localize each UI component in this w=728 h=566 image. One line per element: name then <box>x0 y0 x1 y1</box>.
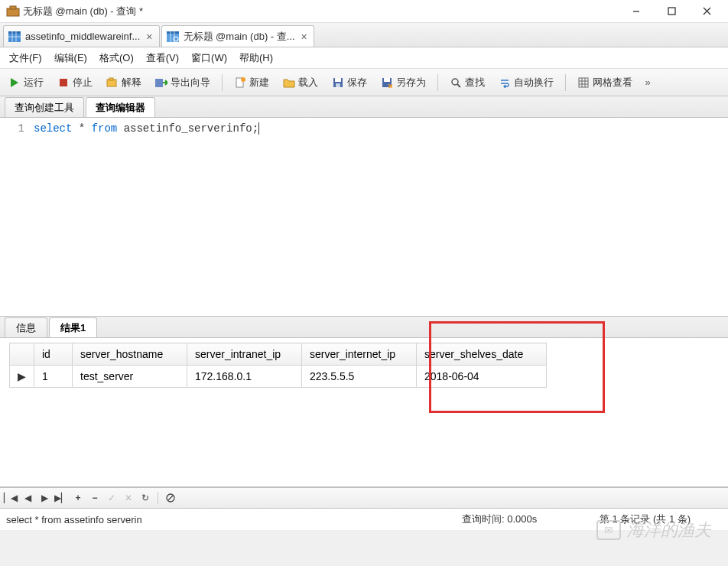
cell-internet[interactable]: 223.5.5.5 <box>302 366 417 388</box>
row-selector-header[interactable] <box>10 343 34 366</box>
table-row[interactable]: ▶ 1 test_server 172.168.0.1 223.5.5.5 20… <box>10 366 547 388</box>
col-hostname[interactable]: server_hostname <box>73 343 187 366</box>
nav-first[interactable]: ▏◀ <box>3 490 18 506</box>
nav-prev[interactable]: ◀ <box>20 490 35 506</box>
menu-window[interactable]: 窗口(W) <box>187 49 232 67</box>
line-number: 1 <box>18 122 24 135</box>
toolbar: 运行 停止 解释 导出向导 新建 载入 保存 另存为 查找 自动换行 网格查看 … <box>0 69 728 96</box>
close-icon[interactable]: × <box>301 31 307 43</box>
nav-refresh[interactable]: ↻ <box>138 490 153 506</box>
export-icon <box>155 76 167 89</box>
file-tabstrip: assetinfo_middlewareinf... × 无标题 @main (… <box>0 23 728 47</box>
svg-marker-16 <box>11 78 18 87</box>
new-icon <box>234 76 246 89</box>
separator <box>437 74 438 91</box>
new-label: 新建 <box>249 76 269 89</box>
save-as-button[interactable]: 另存为 <box>375 72 431 93</box>
cell-intranet[interactable]: 172.168.0.1 <box>187 366 302 388</box>
menu-format[interactable]: 格式(O) <box>95 49 138 67</box>
col-intranet[interactable]: server_intranet_ip <box>187 343 302 366</box>
menu-view[interactable]: 查看(V) <box>141 49 184 67</box>
export-label: 导出向导 <box>171 76 210 89</box>
editor-tabstrip: 查询创建工具 查询编辑器 <box>0 96 728 118</box>
cell-hostname[interactable]: test_server <box>73 366 187 388</box>
svg-rect-25 <box>336 83 340 87</box>
grid-view-button[interactable]: 网格查看 <box>572 72 638 93</box>
result-tabstrip: 信息 结果1 <box>0 317 728 338</box>
tab-query-editor[interactable]: 查询编辑器 <box>86 97 155 117</box>
play-icon <box>8 76 21 89</box>
menu-help[interactable]: 帮助(H) <box>235 49 278 67</box>
menu-file[interactable]: 文件(F) <box>5 49 47 67</box>
svg-rect-20 <box>155 79 163 87</box>
close-button[interactable] <box>690 0 725 23</box>
find-label: 查找 <box>465 76 485 89</box>
separator <box>158 492 158 504</box>
svg-point-22 <box>241 77 245 82</box>
tab-info[interactable]: 信息 <box>5 317 47 337</box>
filetab-label: assetinfo_middlewareinf... <box>25 31 140 42</box>
separator <box>222 74 223 91</box>
export-wizard-button[interactable]: 导出向导 <box>150 72 216 93</box>
nav-commit[interactable]: ✓ <box>104 490 119 506</box>
code-area[interactable]: select * from assetinfo_serverinfo; <box>31 118 728 316</box>
separator <box>565 74 566 91</box>
svg-rect-30 <box>579 78 588 87</box>
cell-shelves-date[interactable]: 2018-06-04 <box>417 366 547 388</box>
tab-query-builder[interactable]: 查询创建工具 <box>5 97 84 117</box>
toolbar-overflow[interactable]: » <box>641 76 655 88</box>
filetab-1[interactable]: 无标题 @main (db) - 查... × <box>161 25 314 47</box>
svg-rect-27 <box>384 78 390 82</box>
search-icon <box>450 76 462 89</box>
nav-stop[interactable] <box>163 490 178 506</box>
nav-add[interactable]: + <box>70 490 86 506</box>
col-internet[interactable]: server_internet_ip <box>302 343 417 366</box>
kw-select: select <box>34 122 72 135</box>
explain-label: 解释 <box>122 76 141 89</box>
result-grid-wrap: id server_hostname server_intranet_ip se… <box>0 343 728 486</box>
row-pointer-icon: ▶ <box>10 366 34 388</box>
run-button[interactable]: 运行 <box>3 72 49 93</box>
explain-icon <box>106 76 119 89</box>
svg-rect-7 <box>8 31 21 34</box>
col-shelves-date[interactable]: server_shelves_date <box>417 343 547 366</box>
window-title: 无标题 @main (db) - 查询 * <box>23 5 619 18</box>
kw-from: from <box>92 122 118 135</box>
tab-result1[interactable]: 结果1 <box>49 317 97 337</box>
wrap-label: 自动换行 <box>514 76 554 89</box>
svg-rect-19 <box>109 78 113 80</box>
run-label: 运行 <box>24 76 44 89</box>
nav-cancel[interactable]: ✕ <box>121 490 136 506</box>
find-button[interactable]: 查找 <box>444 72 490 93</box>
svg-point-28 <box>452 79 458 85</box>
col-id[interactable]: id <box>34 343 73 366</box>
status-query-time: 查询时间: 0.000s <box>462 512 600 526</box>
code-text: assetinfo_serverinfo; <box>117 122 258 135</box>
maximize-button[interactable] <box>655 0 690 23</box>
nav-last[interactable]: ▶▏ <box>54 490 69 506</box>
menu-edit[interactable]: 编辑(E) <box>50 49 92 67</box>
sql-editor[interactable]: 1 select * from assetinfo_serverinfo; <box>0 118 728 317</box>
svg-rect-12 <box>167 31 179 34</box>
nav-next[interactable]: ▶ <box>37 490 52 506</box>
new-button[interactable]: 新建 <box>229 72 275 93</box>
minimize-button[interactable] <box>619 0 655 23</box>
load-button[interactable]: 载入 <box>278 72 323 93</box>
save-button[interactable]: 保存 <box>327 72 372 93</box>
load-label: 载入 <box>298 76 318 89</box>
table-icon <box>8 31 21 42</box>
query-icon <box>167 31 179 42</box>
auto-wrap-button[interactable]: 自动换行 <box>493 72 559 93</box>
filetab-0[interactable]: assetinfo_middlewareinf... × <box>3 25 160 47</box>
stop-button[interactable]: 停止 <box>52 72 98 93</box>
svg-rect-3 <box>668 8 675 15</box>
nav-delete[interactable]: − <box>87 490 102 506</box>
grid-label: 网格查看 <box>593 76 632 89</box>
explain-button[interactable]: 解释 <box>101 72 147 93</box>
svg-rect-17 <box>60 79 67 86</box>
cell-id[interactable]: 1 <box>34 366 73 388</box>
close-icon[interactable]: × <box>146 31 152 43</box>
window-titlebar: 无标题 @main (db) - 查询 * <box>0 0 728 23</box>
code-text: * <box>72 122 91 135</box>
stop-icon <box>57 76 70 89</box>
